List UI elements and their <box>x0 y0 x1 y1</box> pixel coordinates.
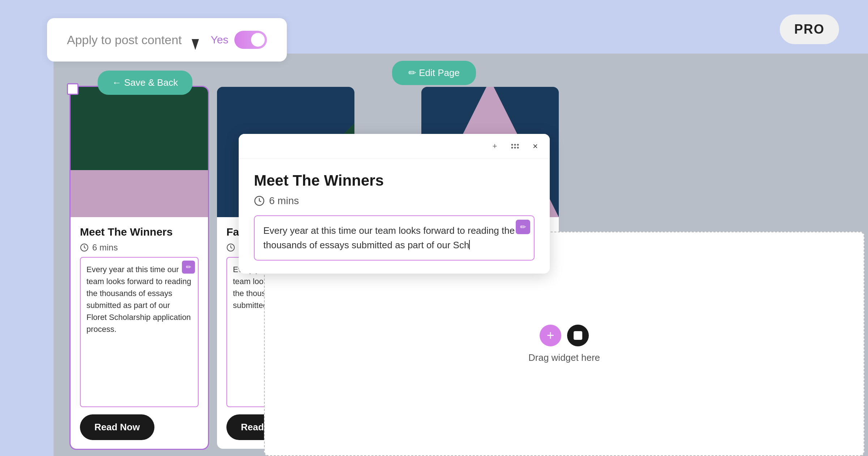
float-panel-edit-icon[interactable] <box>516 220 530 234</box>
clock-icon-1 <box>80 243 89 252</box>
post-card-1-excerpt: Every year at this time our team looks f… <box>86 265 191 334</box>
float-panel-readtime: 6 mins <box>269 195 299 207</box>
pro-badge: PRO <box>780 14 839 44</box>
drag-icons: + <box>540 325 589 346</box>
post-card-1-title: Meet The Winners <box>80 226 199 238</box>
float-clock-icon <box>254 195 265 206</box>
clock-icon-2 <box>226 243 235 252</box>
post-card-1-image-top <box>71 87 208 170</box>
toggle-container: Yes <box>211 31 267 49</box>
post-card-1-excerpt-wrapper: Every year at this time our team looks f… <box>80 257 199 407</box>
float-edit-panel: + × Meet The Winners 6 mins Every year a… <box>239 134 550 274</box>
drag-widget-label: Drag widget here <box>528 352 600 363</box>
svg-point-4 <box>517 144 519 146</box>
post-card-1-meta: 6 mins <box>80 242 199 253</box>
svg-point-5 <box>511 147 513 149</box>
apply-to-post-toggle[interactable] <box>234 31 267 49</box>
text-cursor <box>469 240 470 249</box>
float-panel-meta: 6 mins <box>254 195 535 207</box>
float-panel-toolbar: + × <box>239 134 550 159</box>
float-panel-excerpt: Every year at this time our team looks f… <box>263 225 515 250</box>
float-panel-title: Meet The Winners <box>254 172 535 189</box>
float-panel-content: Meet The Winners 6 mins Every year at th… <box>239 159 550 274</box>
edit-page-button[interactable]: ✏ Edit Page <box>392 61 476 85</box>
float-add-button[interactable]: + <box>488 139 502 153</box>
svg-point-6 <box>514 147 516 149</box>
post-card-1-readtime: 6 mins <box>92 242 118 253</box>
post-card-1-read-now[interactable]: Read Now <box>80 414 154 440</box>
drag-plus-button[interactable]: + <box>540 325 561 346</box>
float-close-button[interactable]: × <box>528 139 542 153</box>
svg-point-7 <box>517 147 519 149</box>
post-card-1-image-bottom <box>71 170 208 217</box>
post-card-1[interactable]: Meet The Winners 6 mins Every year at th… <box>71 87 208 449</box>
svg-point-3 <box>514 144 516 146</box>
float-drag-button[interactable] <box>508 139 522 153</box>
apply-panel: Apply to post content Yes <box>47 18 287 62</box>
post-card-1-body: Meet The Winners 6 mins Every year at th… <box>71 217 208 449</box>
save-back-button[interactable]: ← Save & Back <box>98 71 192 95</box>
apply-panel-label: Apply to post content <box>67 33 182 47</box>
cursor-pointer <box>192 39 202 52</box>
float-panel-excerpt-wrapper[interactable]: Every year at this time our team looks f… <box>254 215 535 261</box>
post-select-checkbox[interactable] <box>67 83 78 95</box>
post-card-1-edit-icon[interactable] <box>182 261 195 274</box>
svg-point-2 <box>511 144 513 146</box>
drag-stop-button[interactable] <box>567 325 589 346</box>
toggle-knob <box>251 33 265 47</box>
toggle-label: Yes <box>211 34 229 46</box>
